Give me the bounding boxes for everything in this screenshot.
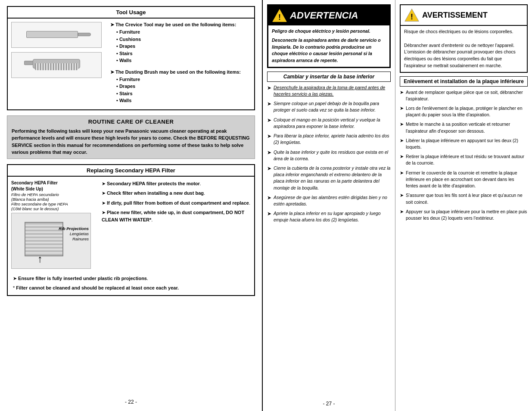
dusting-brush-section: ➤ The Dusting Brush may be used on the f… <box>110 69 251 104</box>
right-instruction-6: ➤ Fermer le couvercle de la courroie et … <box>400 170 528 190</box>
crevice-item-walls: Walls <box>116 57 251 64</box>
arrow-icon: ➤ <box>400 89 404 102</box>
middle-instruction-4: ➤ Para liberar la place inferior, apriet… <box>267 133 391 146</box>
routine-care-title: ROUTINE CARE OF CLEANER <box>12 118 250 125</box>
crevice-item-furniture: Furniture <box>116 28 251 36</box>
advertencia-warning-box: ! ADVERTENCIA Peligro de choque eléctric… <box>267 4 391 68</box>
advertencia-title: ADVERTENCIA <box>290 10 358 21</box>
instruction-text: Retirer la plaque inférieure et tout rés… <box>406 153 528 166</box>
dusting-items: Furniture Drapes Stairs Walls <box>110 76 251 104</box>
crevice-items: Furniture Cushions Drapes Stairs Walls <box>110 28 251 64</box>
instruction-text: Cierre la cubierta de la corea posterior… <box>274 165 391 191</box>
arrow-icon: ➤ <box>267 149 271 162</box>
middle-instruction-3: ➤ Coloque el mango en la posición vertic… <box>267 117 391 130</box>
hepa-bottom-instruction-1: ➤ Ensure filter is fully inserted under … <box>13 275 249 282</box>
arrow-icon: ➤ <box>267 117 271 130</box>
avertissement-triangle-icon: ! <box>404 7 420 23</box>
avertissement-text: Risque de chocs électriques ou de lésion… <box>404 28 523 69</box>
arrow-icon: ➤ <box>400 121 404 134</box>
middle-instruction-1: ➤ Desenchufe la aspiradora de la toma de… <box>267 84 391 97</box>
advertencia-warning-2: Desconecte la aspiradora antes de darle … <box>272 37 386 64</box>
avertissement-body: Risque de chocs électriques ou de lésion… <box>401 26 527 72</box>
hepa-filter-label-1: Secondary HEPA Filter (White Side Up) <box>11 180 97 192</box>
hepa-image-area: Secondary HEPA Filter (White Side Up) Fi… <box>11 180 97 269</box>
advertencia-header: ! ADVERTENCIA <box>268 6 389 25</box>
middle-column: ! ADVERTENCIA Peligro de choque eléctric… <box>263 0 395 411</box>
advertencia-body: Peligro de choque eléctrico y lesión per… <box>268 25 389 67</box>
middle-instructions-list: ➤ Desenchufe la aspiradora de la toma de… <box>267 84 391 227</box>
instruction-text: Appuyer sur la plaque inférieure pour la… <box>406 209 528 221</box>
right-section-title: Enlèvement et installation de la plaque … <box>400 76 528 87</box>
tool-images <box>11 22 106 106</box>
arrow-icon: ➤ <box>400 209 404 221</box>
middle-section-title: Cambiar y insertar de la base inferior <box>267 72 391 82</box>
arrow-icon: ➤ <box>400 137 404 150</box>
arrow-icon: ➤ <box>267 210 271 223</box>
instruction-text: Desenchufe la aspiradora de la toma de p… <box>274 84 391 97</box>
right-instruction-8: ➤ Appuyer sur la plaque inférieure pour … <box>400 209 528 221</box>
arrow-icon: ➤ <box>400 105 404 118</box>
crevice-body <box>26 31 78 38</box>
hepa-bottom-instruction-2: * Filter cannot be cleaned and should be… <box>13 284 249 292</box>
hepa-instructions: ➤ Secondary HEPA filter protects the mot… <box>102 180 251 269</box>
avertissement-warning-box: ! AVERTISSEMENT Risque de chocs électriq… <box>400 4 528 73</box>
middle-instruction-5: ➤ Quite la base inferior y quite los res… <box>267 149 391 162</box>
instruction-text: S'assurer que tous les fils sont à leur … <box>406 192 528 205</box>
right-instructions-list: ➤ Avant de remplacer quelque pièce que c… <box>400 89 528 225</box>
crevice-tip <box>78 33 91 36</box>
hepa-filter-diagram: Rib Projections Lengüetas Rainures ↑ <box>11 213 91 269</box>
hepa-section: Replacing Secondary HEPA Filter Secondar… <box>7 164 255 296</box>
instruction-text: Avant de remplacer quelque pièce que ce … <box>406 89 528 102</box>
crevice-heading: ➤ The Crevice Tool may be used on the fo… <box>110 22 251 28</box>
svg-text:!: ! <box>278 13 281 22</box>
hepa-instruction-3: ➤ If dirty, pull filter from bottom of d… <box>102 199 251 207</box>
instruction-text: Fermer le couvercle de la courroie et re… <box>406 170 528 190</box>
crevice-item-stairs: Stairs <box>116 50 251 57</box>
middle-instruction-6: ➤ Cierre la cubierta de la corea posteri… <box>267 165 391 191</box>
crevice-tool-section: ➤ The Crevice Tool may be used on the fo… <box>110 22 251 64</box>
hepa-bottom-notes: ➤ Ensure filter is fully inserted under … <box>8 272 254 295</box>
dusting-item-stairs: Stairs <box>116 90 251 97</box>
hepa-filter-box <box>25 222 63 256</box>
tool-usage-content: ➤ The Crevice Tool may be used on the fo… <box>8 19 254 109</box>
tool-text-list: ➤ The Crevice Tool may be used on the fo… <box>110 22 251 106</box>
routine-care-section: ROUTINE CARE OF CLEANER Performing the f… <box>7 115 255 159</box>
hepa-instruction-1: ➤ Secondary HEPA filter protects the mot… <box>102 180 251 187</box>
right-instruction-3: ➤ Mettre le manche à sa position vertica… <box>400 121 528 134</box>
dusting-item-drapes: Drapes <box>116 83 251 90</box>
arrow-icon: ➤ <box>267 133 271 146</box>
arrow-icon: ➤ <box>267 165 271 191</box>
right-instruction-7: ➤ S'assurer que tous les fils sont à leu… <box>400 192 528 205</box>
crevice-tool-image <box>11 22 102 48</box>
instruction-text: Mettre le manche à sa position verticale… <box>406 121 528 134</box>
crevice-item-drapes: Drapes <box>116 43 251 50</box>
page-number-middle: - 27 - <box>267 396 391 407</box>
middle-instruction-8: ➤ Apriete la placa inferior en su lugar … <box>267 210 391 223</box>
arrow-icon: ➤ <box>267 84 271 97</box>
right-instruction-5: ➤ Retirer la plaque inférieure et tout r… <box>400 153 528 166</box>
avertissement-title: AVERTISSEMENT <box>422 11 488 20</box>
instruction-text: Lors de l'enlèvement de la plaque, proté… <box>406 105 528 118</box>
dusting-brush-image <box>11 52 102 78</box>
svg-text:!: ! <box>411 12 413 21</box>
arrow-icon: ➤ <box>267 194 271 207</box>
instruction-text: Siempre coloque un papel debajo de la bo… <box>274 100 391 113</box>
arrow-icon: ➤ <box>400 170 404 190</box>
hepa-arrow-icon: ↑ <box>37 253 43 265</box>
hepa-content: Secondary HEPA Filter (White Side Up) Fi… <box>8 177 254 272</box>
hepa-title: Replacing Secondary HEPA Filter <box>8 165 254 177</box>
hepa-filter-lines <box>25 223 62 255</box>
instruction-text: Asegúrese de que las alambres estén diri… <box>274 194 391 207</box>
hepa-instruction-4: ➤ Place new filter, white side up, in du… <box>102 209 251 223</box>
instruction-text: Apriete la placa inferior en su lugar ap… <box>274 210 391 223</box>
crevice-tool-diagram <box>22 29 91 41</box>
right-instruction-4: ➤ Libérer la plaque inférieure en appuya… <box>400 137 528 150</box>
right-panel: ! ADVERTENCIA Peligro de choque eléctric… <box>263 0 532 411</box>
dusting-bristles <box>35 63 78 70</box>
hepa-instruction-2: ➤ Check filter when installing a new dus… <box>102 190 251 197</box>
hepa-filter-label-spanish: Filtro de HEPA secundario (Blanca hacia … <box>11 192 97 202</box>
rib-projections-label: Rib Projections Lengüetas Rainures <box>59 226 89 242</box>
crevice-item-cushions: Cushions <box>116 36 251 43</box>
far-right-column: ! AVERTISSEMENT Risque de chocs électriq… <box>395 0 532 411</box>
instruction-text: Para liberar la place inferior, apriete … <box>274 133 391 146</box>
